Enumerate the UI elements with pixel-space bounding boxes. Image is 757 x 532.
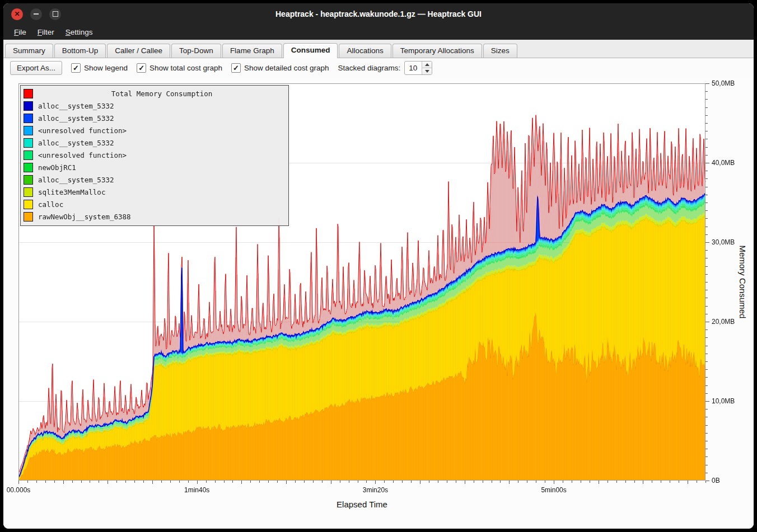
legend-label: sqlite3MemMalloc (38, 188, 105, 196)
legend-item: calloc (24, 198, 286, 210)
y-tick-label: 20,0MB (712, 318, 735, 326)
chart-area: Total Memory Consumption alloc__system_5… (3, 77, 754, 529)
checkbox-icon[interactable]: ✓ (137, 63, 146, 73)
y-tick-label: 30,0MB (712, 238, 735, 246)
checkbox-label: Show detailed cost graph (244, 64, 329, 72)
legend-label: alloc__system_5332 (38, 114, 114, 123)
legend: Total Memory Consumption alloc__system_5… (20, 85, 289, 226)
legend-swatch (24, 212, 33, 222)
legend-label: alloc__system_5332 (38, 176, 114, 184)
legend-item: <unresolved function> (24, 124, 286, 136)
legend-swatch (24, 175, 33, 185)
menu-item-filter[interactable]: Filter (32, 26, 59, 38)
spin-down-button[interactable] (422, 68, 432, 74)
heaptrack-window: ✕ Heaptrack - heaptrack.wakunode.1.gz — … (3, 3, 754, 529)
tab-sizes[interactable]: Sizes (483, 44, 517, 58)
toolbar-checkboxes: ✓Show legend✓Show total cost graph✓Show … (71, 63, 329, 73)
x-tick-label: 5min00s (541, 486, 566, 494)
legend-label: <unresolved function> (38, 126, 127, 135)
close-button[interactable]: ✕ (11, 8, 23, 20)
legend-swatch (24, 200, 33, 209)
legend-label: alloc__system_5332 (38, 102, 114, 110)
export-as-button[interactable]: Export As... (10, 61, 62, 75)
stacked-diagrams-control: Stacked diagrams: 10 (338, 61, 433, 75)
tab-flame-graph[interactable]: Flame Graph (222, 44, 282, 58)
legend-item: rawNewObj__system_6388 (24, 210, 286, 223)
legend-swatch (24, 114, 33, 123)
maximize-icon (53, 11, 58, 17)
x-axis-title: Elapsed Time (337, 500, 387, 509)
x-tick-label: 1min40s (184, 486, 209, 494)
legend-title-row: Total Memory Consumption (24, 87, 286, 100)
minimize-button[interactable] (30, 8, 42, 20)
tab-allocations[interactable]: Allocations (339, 44, 391, 58)
stacked-diagrams-label: Stacked diagrams: (338, 64, 401, 72)
maximize-button[interactable] (49, 8, 61, 20)
checkbox-label: Show total cost graph (149, 64, 222, 72)
legend-swatch-total (24, 89, 33, 98)
x-tick-label: 3min20s (363, 486, 388, 494)
window-controls: ✕ (3, 8, 61, 20)
tab-summary[interactable]: Summary (5, 44, 53, 58)
minimize-icon (34, 13, 39, 15)
tabbar: SummaryBottom-UpCaller / CalleeTop-DownF… (3, 40, 754, 58)
legend-label: rawNewObj__system_6388 (38, 213, 131, 221)
toolbar: Export As... ✓Show legend✓Show total cos… (3, 58, 754, 77)
legend-item: sqlite3MemMalloc (24, 186, 286, 198)
tab-top-down[interactable]: Top-Down (171, 44, 221, 58)
legend-label: <unresolved function> (38, 151, 127, 159)
window-title: Heaptrack - heaptrack.wakunode.1.gz — He… (3, 10, 754, 18)
menubar: FileFilterSettings (3, 25, 754, 40)
legend-label: newObjRC1 (38, 163, 76, 172)
tab-temporary-allocations[interactable]: Temporary Allocations (392, 44, 482, 58)
x-tick-label: 00.000s (7, 486, 31, 494)
menu-item-file[interactable]: File (9, 26, 31, 38)
spin-up-button[interactable] (422, 62, 432, 68)
legend-label: alloc__system_5332 (38, 139, 114, 147)
y-tick-label: 10,0MB (712, 397, 735, 405)
titlebar[interactable]: ✕ Heaptrack - heaptrack.wakunode.1.gz — … (3, 3, 754, 25)
checkbox-show-legend[interactable]: ✓Show legend (71, 63, 128, 73)
tab-consumed[interactable]: Consumed (283, 43, 338, 58)
menu-item-settings[interactable]: Settings (60, 26, 98, 38)
legend-title: Total Memory Consumption (38, 90, 286, 98)
legend-item: alloc__system_5332 (24, 136, 286, 149)
y-tick-label: 50,0MB (712, 79, 735, 87)
y-tick-label: 40,0MB (712, 159, 735, 167)
legend-swatch (24, 101, 33, 111)
legend-swatch (24, 138, 33, 148)
legend-item: alloc__system_5332 (24, 112, 286, 124)
legend-item: alloc__system_5332 (24, 173, 286, 186)
spin-buttons (422, 62, 432, 74)
legend-item: newObjRC1 (24, 161, 286, 173)
checkbox-show-detailed-cost-graph[interactable]: ✓Show detailed cost graph (231, 63, 329, 73)
legend-swatch (24, 150, 33, 160)
legend-label: calloc (38, 200, 63, 209)
legend-swatch (24, 187, 33, 197)
tab-caller-callee[interactable]: Caller / Callee (107, 44, 170, 58)
checkbox-show-total-cost-graph[interactable]: ✓Show total cost graph (137, 63, 222, 73)
y-tick-label: 0B (712, 477, 720, 484)
checkbox-icon[interactable]: ✓ (71, 63, 81, 73)
chevron-down-icon (425, 70, 429, 73)
legend-item: <unresolved function> (24, 149, 286, 161)
legend-item: alloc__system_5332 (24, 100, 286, 112)
tab-bottom-up[interactable]: Bottom-Up (54, 44, 106, 58)
y-axis-title: Memory Consumed (738, 246, 747, 319)
chevron-up-icon (425, 63, 429, 66)
checkbox-icon[interactable]: ✓ (231, 63, 241, 73)
legend-swatch (24, 126, 33, 135)
legend-swatch (24, 163, 33, 172)
stacked-diagrams-value[interactable]: 10 (405, 62, 422, 74)
stacked-diagrams-spinbox[interactable]: 10 (404, 61, 432, 75)
checkbox-label: Show legend (84, 64, 128, 72)
